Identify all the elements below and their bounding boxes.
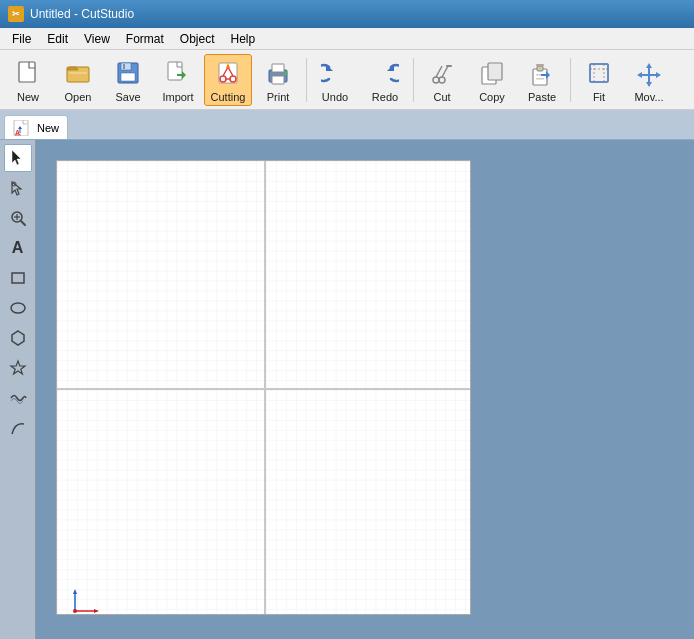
open-label: Open bbox=[65, 91, 92, 103]
menu-edit[interactable]: Edit bbox=[39, 30, 76, 48]
menu-bar: File Edit View Format Object Help bbox=[0, 28, 694, 50]
sep3 bbox=[570, 58, 571, 102]
cutting-button[interactable]: Cutting bbox=[204, 54, 252, 106]
save-label: Save bbox=[115, 91, 140, 103]
svg-line-48 bbox=[21, 221, 25, 225]
copy-label: Copy bbox=[479, 91, 505, 103]
print-label: Print bbox=[267, 91, 290, 103]
sep1 bbox=[306, 58, 307, 102]
new-icon bbox=[12, 57, 44, 89]
sep2 bbox=[413, 58, 414, 102]
star-tool[interactable] bbox=[4, 354, 32, 382]
svg-point-60 bbox=[73, 609, 77, 613]
svg-line-23 bbox=[436, 66, 442, 77]
svg-marker-53 bbox=[12, 331, 24, 345]
undo-icon bbox=[319, 57, 351, 89]
svg-marker-44 bbox=[12, 150, 21, 165]
node-tool[interactable] bbox=[4, 174, 32, 202]
svg-rect-17 bbox=[272, 76, 284, 84]
copy-button[interactable]: Copy bbox=[468, 54, 516, 106]
copy-icon bbox=[476, 57, 508, 89]
move-label: Mov... bbox=[634, 91, 663, 103]
svg-marker-39 bbox=[637, 63, 661, 87]
svg-point-22 bbox=[439, 77, 445, 83]
svg-marker-19 bbox=[326, 64, 333, 71]
paste-button[interactable]: Paste bbox=[518, 54, 566, 106]
fit-button[interactable]: Fit bbox=[575, 54, 623, 106]
import-label: Import bbox=[162, 91, 193, 103]
menu-view[interactable]: View bbox=[76, 30, 118, 48]
grid-canvas bbox=[56, 160, 471, 615]
tab-icon: A bbox=[13, 120, 33, 136]
new-button[interactable]: New bbox=[4, 54, 52, 106]
svg-rect-34 bbox=[590, 64, 608, 82]
svg-marker-20 bbox=[387, 64, 394, 71]
zoom-tool[interactable] bbox=[4, 204, 32, 232]
curve-tool[interactable] bbox=[4, 414, 32, 442]
undo-button[interactable]: Undo bbox=[311, 54, 359, 106]
redo-button[interactable]: Redo bbox=[361, 54, 409, 106]
fit-label: Fit bbox=[593, 91, 605, 103]
svg-rect-3 bbox=[121, 63, 131, 70]
svg-rect-27 bbox=[488, 63, 502, 80]
svg-line-24 bbox=[442, 66, 448, 77]
cutting-icon bbox=[212, 57, 244, 89]
rect-tool[interactable] bbox=[4, 264, 32, 292]
cut-button[interactable]: Cut bbox=[418, 54, 466, 106]
print-icon bbox=[262, 57, 294, 89]
cut-icon bbox=[426, 57, 458, 89]
redo-icon bbox=[369, 57, 401, 89]
print-button[interactable]: Print bbox=[254, 54, 302, 106]
svg-marker-59 bbox=[94, 609, 99, 613]
cut-label: Cut bbox=[433, 91, 450, 103]
window-title: Untitled - CutStudio bbox=[30, 7, 134, 21]
open-icon bbox=[62, 57, 94, 89]
svg-marker-57 bbox=[73, 589, 77, 594]
svg-point-21 bbox=[433, 77, 439, 83]
svg-point-52 bbox=[11, 303, 25, 313]
svg-rect-6 bbox=[168, 62, 182, 80]
tab-label: New bbox=[37, 122, 59, 134]
save-icon bbox=[112, 57, 144, 89]
paste-icon bbox=[526, 57, 558, 89]
document-tab[interactable]: A New bbox=[4, 115, 68, 139]
svg-marker-45 bbox=[12, 182, 21, 195]
title-bar: ✂ Untitled - CutStudio bbox=[0, 0, 694, 28]
svg-marker-54 bbox=[11, 361, 25, 374]
svg-rect-51 bbox=[12, 273, 24, 283]
svg-rect-32 bbox=[536, 78, 544, 80]
import-button[interactable]: Import bbox=[154, 54, 202, 106]
new-label: New bbox=[17, 91, 39, 103]
menu-help[interactable]: Help bbox=[223, 30, 264, 48]
cutting-label: Cutting bbox=[211, 91, 246, 103]
select-tool[interactable] bbox=[4, 144, 32, 172]
menu-file[interactable]: File bbox=[4, 30, 39, 48]
toolbar: New Open Save bbox=[0, 50, 694, 110]
svg-rect-29 bbox=[537, 66, 543, 71]
save-button[interactable]: Save bbox=[104, 54, 152, 106]
import-icon bbox=[162, 57, 194, 89]
wave-tool[interactable] bbox=[4, 384, 32, 412]
svg-rect-38 bbox=[590, 64, 608, 82]
menu-object[interactable]: Object bbox=[172, 30, 223, 48]
menu-format[interactable]: Format bbox=[118, 30, 172, 48]
undo-label: Undo bbox=[322, 91, 348, 103]
text-tool[interactable]: A bbox=[4, 234, 32, 262]
paste-label: Paste bbox=[528, 91, 556, 103]
open-button[interactable]: Open bbox=[54, 54, 102, 106]
move-icon bbox=[633, 57, 665, 89]
svg-rect-16 bbox=[272, 64, 284, 72]
ellipse-tool[interactable] bbox=[4, 294, 32, 322]
redo-label: Redo bbox=[372, 91, 398, 103]
canvas-area[interactable] bbox=[36, 140, 694, 639]
polygon-tool[interactable] bbox=[4, 324, 32, 352]
tab-bar: A New bbox=[0, 110, 694, 140]
svg-point-18 bbox=[285, 71, 288, 74]
fit-icon bbox=[583, 57, 615, 89]
move-button[interactable]: Mov... bbox=[625, 54, 673, 106]
svg-rect-30 bbox=[536, 64, 544, 66]
main-area: A bbox=[0, 140, 694, 639]
svg-rect-4 bbox=[121, 73, 135, 81]
svg-rect-5 bbox=[123, 64, 125, 69]
svg-rect-25 bbox=[446, 65, 452, 67]
